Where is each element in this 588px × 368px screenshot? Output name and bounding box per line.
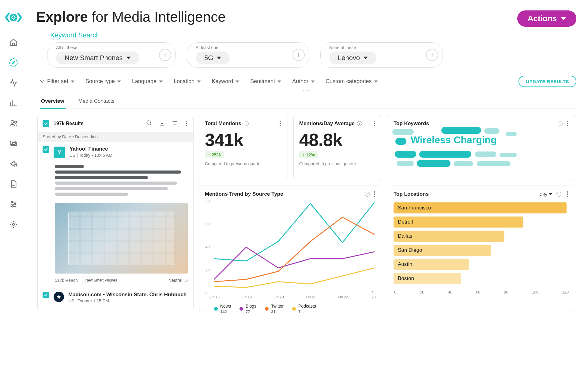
main: Explore for Media Intelligence Keyword S… xyxy=(27,0,588,368)
chip-none[interactable]: Lenovo xyxy=(329,52,376,64)
search-group-any-label: At least one xyxy=(196,45,288,50)
add-none-icon[interactable] xyxy=(426,49,438,61)
page-title: Explore for Media Intelligence xyxy=(36,9,443,25)
svg-point-11 xyxy=(147,121,151,125)
search-icon[interactable] xyxy=(146,120,152,127)
location-bar[interactable]: Detroit xyxy=(394,217,523,228)
legend-item[interactable]: Blogs77 xyxy=(239,304,256,314)
search-group-all: All of these New Smart Phones xyxy=(47,42,176,68)
card-title: Top Locations xyxy=(394,191,429,197)
search-section-label: Keyword Search xyxy=(50,31,443,39)
card-menu-icon[interactable] xyxy=(278,120,282,128)
svg-point-3 xyxy=(11,121,14,123)
card-menu-icon[interactable] xyxy=(566,120,569,128)
card-menu-icon[interactable] xyxy=(373,190,376,198)
kpi-title: Mentions/Day Average xyxy=(299,121,355,127)
chip-all[interactable]: New Smart Phones xyxy=(56,52,139,64)
kpi-total-mentions: Total Mentionsi 341k ↑ 25% Compared to p… xyxy=(199,115,288,180)
result-meta: US | Today • 1:15 PM xyxy=(68,298,188,303)
legend-item[interactable]: News142 xyxy=(214,304,231,314)
nav-document[interactable] xyxy=(8,178,19,190)
filter-sourcetype[interactable]: Source type xyxy=(85,78,121,85)
filter-location[interactable]: Location xyxy=(174,78,201,85)
actions-button[interactable]: Actions xyxy=(517,10,576,27)
keyword-cloud: Wireless Charging xyxy=(392,129,571,175)
card-menu-icon[interactable] xyxy=(566,190,569,198)
result-item[interactable]: Madison.com • Wisconsin State. Chris Hub… xyxy=(38,288,193,307)
nav-filters[interactable] xyxy=(8,199,19,210)
location-bar[interactable]: San Diego xyxy=(394,245,491,256)
result-checkbox[interactable] xyxy=(43,292,49,298)
card-title: Mentions Trend by Source Type xyxy=(205,191,283,197)
result-text-placeholder xyxy=(55,165,188,198)
filter-keyword[interactable]: Keyword xyxy=(212,78,239,85)
locations-scope-select[interactable]: City xyxy=(539,192,552,197)
result-checkbox[interactable] xyxy=(43,146,49,153)
svg-point-8 xyxy=(14,204,16,205)
chip-any[interactable]: 5G xyxy=(196,52,230,64)
download-icon[interactable] xyxy=(159,120,165,127)
location-bar[interactable]: Austin xyxy=(394,259,469,270)
info-icon[interactable]: i xyxy=(558,121,563,126)
kpi-mentions-avg: Mentions/Day Averagei 48.8k ↑ 12% Compar… xyxy=(293,115,382,180)
location-bar[interactable]: Boston xyxy=(394,273,461,284)
nav-home[interactable] xyxy=(8,37,19,48)
svg-point-7 xyxy=(11,201,13,203)
top-keywords-card: Top Keywordsi Wireless Charging xyxy=(388,115,575,180)
results-card: 197k Results Sorted by Date • Descending… xyxy=(37,115,194,311)
filter-author[interactable]: Author xyxy=(292,78,315,85)
nav-chat[interactable] xyxy=(8,138,19,149)
results-menu-icon[interactable] xyxy=(185,120,188,128)
tab-overview[interactable]: Overview xyxy=(40,95,66,109)
nav-activity[interactable] xyxy=(8,77,19,88)
svg-point-9 xyxy=(12,206,13,207)
result-source: Madison.com • Wisconsin State. Chris Hub… xyxy=(68,292,188,298)
divider-dots xyxy=(36,90,576,91)
nav-settings[interactable] xyxy=(8,219,19,230)
info-icon[interactable]: i xyxy=(556,192,561,197)
add-all-icon[interactable] xyxy=(159,49,171,61)
locations-axis: 020406080100120 xyxy=(394,287,569,294)
result-sentiment: Neutral xyxy=(168,278,188,283)
results-count: 197k Results xyxy=(54,121,84,126)
sort-icon[interactable] xyxy=(172,120,178,127)
legend-item[interactable]: Twitter31 xyxy=(265,304,284,314)
filter-custom[interactable]: Custom categories xyxy=(326,78,378,85)
svg-point-4 xyxy=(15,121,17,123)
add-any-icon[interactable] xyxy=(292,49,305,61)
tabs: Overview Media Contacts xyxy=(40,95,576,109)
card-menu-icon[interactable] xyxy=(373,120,376,128)
tab-media-contacts[interactable]: Media Contacts xyxy=(77,95,116,109)
result-image xyxy=(55,203,188,274)
result-item[interactable]: Y Yahoo! Finance US | Today • 10:46 AM xyxy=(38,142,193,161)
filter-language[interactable]: Language xyxy=(132,78,163,85)
location-bar[interactable]: San Francisco xyxy=(394,202,567,213)
nav-explore[interactable] xyxy=(8,57,19,68)
filter-sentiment[interactable]: Sentiment xyxy=(250,78,281,85)
svg-point-10 xyxy=(13,224,15,226)
result-tag[interactable]: New Smart Phones xyxy=(82,277,120,284)
kpi-delta: ↑ 12% xyxy=(299,151,318,158)
nav-charts[interactable] xyxy=(8,98,19,109)
update-results-button[interactable]: UPDATE RESULTS xyxy=(518,76,576,87)
select-all-checkbox[interactable] xyxy=(43,120,49,127)
filter-filterset[interactable]: Filter set xyxy=(40,78,74,85)
kpi-title: Total Mentions xyxy=(205,121,241,127)
filters-bar: Filter set Source type Language Location… xyxy=(40,76,576,87)
source-avatar: Y xyxy=(54,147,65,158)
top-locations-card: Top Locations City i San FranciscoDetroi… xyxy=(388,186,575,311)
result-meta: US | Today • 10:46 AM xyxy=(70,153,188,158)
trend-legend: News142Blogs77Twitter31Podcasts7 xyxy=(214,304,376,314)
nav-share[interactable] xyxy=(8,158,19,169)
search-group-none-label: None of these xyxy=(329,45,422,50)
svg-point-1 xyxy=(12,16,15,19)
svg-rect-6 xyxy=(13,143,17,146)
info-icon[interactable]: i xyxy=(244,121,249,126)
legend-item[interactable]: Podcasts7 xyxy=(292,304,316,314)
location-bar[interactable]: Dallas xyxy=(394,231,504,242)
result-reach: 512k Reach xyxy=(55,278,78,283)
info-icon[interactable]: i xyxy=(365,192,370,197)
nav-people[interactable] xyxy=(8,118,19,129)
info-icon[interactable]: i xyxy=(357,121,362,126)
trend-chart: 020406080Jun 18Jun 19Jun 20Jun 21Jun 22J… xyxy=(214,201,375,293)
